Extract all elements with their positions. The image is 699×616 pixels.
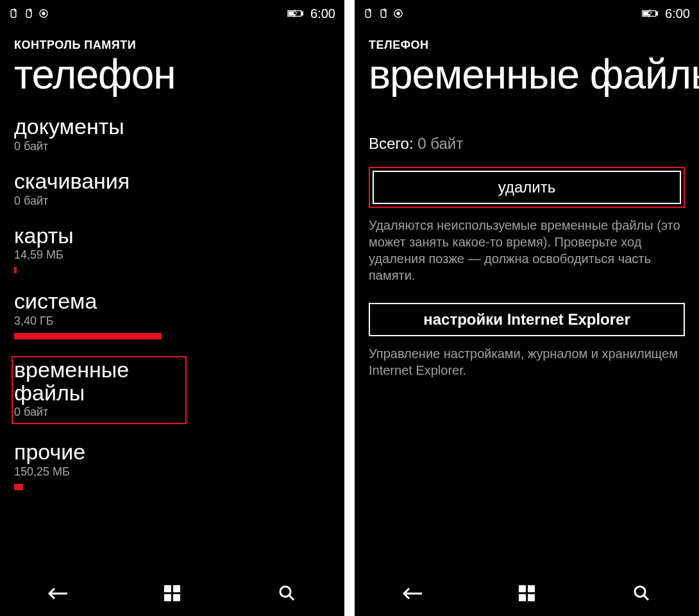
status-bar: 6:00 — [355, 0, 699, 23]
delete-button[interactable]: удалить — [373, 171, 681, 204]
usage-bar — [14, 333, 162, 339]
delete-description: Удаляются неиспользуемые временные файлы… — [369, 217, 685, 284]
vibrate-icon — [362, 8, 374, 19]
ie-settings-button[interactable]: настройки Internet Explorer — [369, 303, 685, 336]
storage-category-list: документы 0 байт скачивания 0 байт карты… — [0, 96, 344, 490]
category-other[interactable]: прочие 150,25 МБ — [14, 441, 330, 490]
svg-rect-20 — [528, 585, 535, 592]
svg-rect-7 — [164, 585, 171, 592]
status-bar: 6:00 — [0, 0, 344, 23]
temp-files-content: Всего: 0 байт удалить Удаляются неисполь… — [355, 96, 699, 379]
category-documents[interactable]: документы 0 байт — [14, 116, 330, 153]
category-size: 150,25 МБ — [14, 465, 330, 479]
category-size: 0 байт — [14, 406, 181, 419]
app-label: КОНТРОЛЬ ПАМЯТИ — [0, 23, 344, 52]
category-temp-files[interactable]: временные файлы 0 байт — [12, 356, 187, 424]
phone-screen-storage: 6:00 КОНТРОЛЬ ПАМЯТИ телефон документы 0… — [0, 0, 344, 616]
usage-bar — [14, 267, 17, 273]
svg-point-15 — [397, 12, 400, 15]
back-button[interactable] — [38, 574, 77, 613]
nav-bar — [355, 571, 699, 616]
category-size: 0 байт — [14, 194, 330, 208]
vibrate-icon-2 — [378, 8, 389, 19]
category-title: временные файлы — [14, 359, 181, 404]
total-label: Всего: — [369, 135, 414, 152]
svg-rect-5 — [301, 12, 303, 15]
status-clock: 6:00 — [310, 6, 335, 21]
usage-bar — [14, 484, 23, 490]
page-title: временные файлы — [355, 52, 699, 96]
location-icon — [393, 8, 403, 19]
svg-rect-19 — [519, 585, 526, 592]
svg-rect-10 — [173, 594, 180, 601]
category-size: 3,40 ГБ — [14, 314, 330, 328]
category-downloads[interactable]: скачивания 0 байт — [14, 170, 330, 208]
status-clock: 6:00 — [665, 6, 690, 21]
phone-screen-temp-files: 6:00 ТЕЛЕФОН временные файлы Всего: 0 ба… — [355, 0, 699, 616]
category-size: 14,59 МБ — [14, 248, 330, 262]
ie-description: Управление настройками, журналом и храни… — [369, 345, 685, 379]
total-value: 0 байт — [417, 135, 463, 152]
category-title: карты — [14, 225, 330, 248]
delete-button-highlight: удалить — [369, 167, 685, 208]
battery-icon — [642, 8, 659, 19]
category-title: скачивания — [14, 170, 330, 193]
svg-rect-17 — [656, 12, 658, 15]
back-button[interactable] — [393, 574, 432, 613]
svg-point-11 — [280, 586, 291, 597]
category-title: документы — [14, 116, 330, 139]
svg-point-3 — [42, 12, 45, 15]
category-maps[interactable]: карты 14,59 МБ — [14, 225, 330, 274]
category-system[interactable]: система 3,40 ГБ — [14, 290, 330, 339]
category-title: прочие — [14, 441, 330, 464]
svg-rect-9 — [164, 594, 171, 601]
vibrate-icon — [8, 8, 19, 19]
battery-icon — [287, 8, 304, 19]
page-title: телефон — [0, 52, 344, 96]
home-button[interactable] — [153, 574, 192, 613]
vibrate-icon-2 — [23, 8, 35, 19]
svg-rect-21 — [519, 594, 526, 601]
location-icon — [38, 8, 49, 19]
category-size: 0 байт — [14, 140, 330, 153]
total-line: Всего: 0 байт — [369, 135, 685, 153]
home-button[interactable] — [508, 574, 546, 613]
category-title: система — [14, 290, 330, 313]
search-button[interactable] — [268, 574, 307, 613]
app-label: ТЕЛЕФОН — [355, 23, 699, 52]
svg-point-23 — [635, 586, 645, 597]
nav-bar — [0, 571, 344, 616]
svg-rect-22 — [528, 594, 535, 601]
svg-rect-8 — [173, 585, 180, 592]
search-button[interactable] — [623, 574, 661, 613]
